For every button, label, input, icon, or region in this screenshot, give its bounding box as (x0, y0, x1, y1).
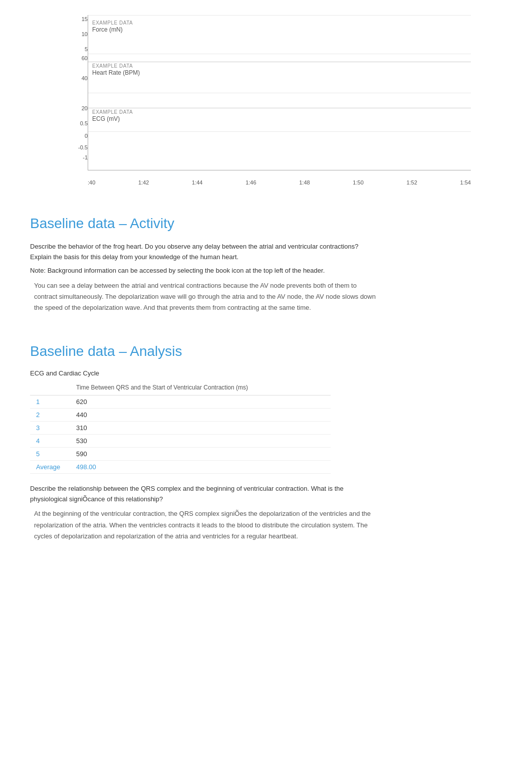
baseline-analysis-body: ECG and Cardiac Cycle Time Between QRS a… (30, 369, 502, 542)
row-num: 4 (30, 434, 70, 447)
x-label-3: 1:46 (245, 179, 256, 185)
analysis-answer: At the beginning of the ventricular cont… (34, 508, 502, 541)
force-axis-label: Force (mN) (92, 26, 123, 33)
x-label-4: 1:48 (299, 179, 310, 185)
force-y-15: 15 (82, 16, 88, 22)
x-label-6: 1:52 (406, 179, 417, 185)
hr-axis-label: Heart Rate (BPM) (92, 69, 140, 76)
ecg-axis-label: ECG (mV) (92, 115, 120, 122)
ecg-y-20: 20 (82, 105, 88, 111)
row-value: 620 (70, 395, 331, 408)
force-y-60: 60 (82, 55, 88, 61)
grid-line-1 (88, 54, 471, 54)
table-row: 4 530 (30, 434, 331, 447)
chart-area: 15 10 5 60 40 20 0.5 0 -0.5 -1 EXAMPLE D… (60, 15, 471, 185)
baseline-analysis-section: Baseline data – Analysis ECG and Cardiac… (30, 343, 502, 542)
ecg-y-05: 0.5 (80, 120, 88, 126)
baseline-analysis-title: Baseline data – Analysis (30, 343, 502, 359)
table-section-label: ECG and Cardiac Cycle (30, 369, 502, 377)
row-value: 440 (70, 408, 331, 421)
force-y-10: 10 (82, 31, 88, 37)
row-value: 590 (70, 447, 331, 460)
force-example-label: EXAMPLE DATA (92, 20, 133, 26)
activity-answer: You can see a delay between the atrial a… (34, 280, 502, 313)
average-value: 498.00 (70, 460, 331, 473)
row-num: 2 (30, 408, 70, 421)
x-label-0: :40 (88, 179, 95, 185)
table-row: 2 440 (30, 408, 331, 421)
table-header-value: Time Between QRS and the Start of Ventri… (70, 382, 331, 396)
x-label-7: 1:54 (460, 179, 471, 185)
table-row: 3 310 (30, 421, 331, 434)
row-num: 5 (30, 447, 70, 460)
grid-line-top (88, 15, 471, 16)
baseline-activity-body: Describe the behavior of the frog heart.… (30, 242, 502, 313)
average-row: Average 498.00 (30, 460, 331, 473)
section-divider-2 (88, 108, 471, 108)
ecg-y-neg05: -0.5 (78, 144, 88, 150)
row-value: 310 (70, 421, 331, 434)
row-num: 3 (30, 421, 70, 434)
table-row: 5 590 (30, 447, 331, 460)
activity-note: Note: Background information can be acce… (30, 267, 502, 274)
table-row: 1 620 (30, 395, 331, 408)
row-value: 530 (70, 434, 331, 447)
section-divider-1 (88, 62, 471, 62)
average-label: Average (30, 460, 70, 473)
ecg-y-neg1: -1 (83, 154, 88, 160)
baseline-activity-section: Baseline data – Activity Describe the be… (30, 216, 502, 313)
chart-draw-area: EXAMPLE DATA Force (mN) EXAMPLE DATA Hea… (88, 15, 471, 170)
ecg-example-label: EXAMPLE DATA (92, 109, 133, 115)
baseline-activity-title: Baseline data – Activity (30, 216, 502, 232)
x-label-2: 1:44 (192, 179, 202, 185)
row-num: 1 (30, 395, 70, 408)
table-header-num (30, 382, 70, 396)
grid-line-3 (88, 131, 471, 132)
grid-line-2 (88, 93, 471, 93)
x-label-1: 1:42 (138, 179, 149, 185)
ecg-cardiac-table: Time Between QRS and the Start of Ventri… (30, 382, 331, 474)
activity-question: Describe the behavior of the frog heart.… (30, 242, 502, 263)
x-axis-labels: :40 1:42 1:44 1:46 1:48 1:50 1:52 1:54 (88, 177, 471, 185)
hr-y-40: 40 (82, 75, 88, 81)
analysis-question: Describe the relationship between the QR… (30, 484, 502, 505)
hr-example-label: EXAMPLE DATA (92, 63, 133, 69)
x-label-5: 1:50 (353, 179, 363, 185)
